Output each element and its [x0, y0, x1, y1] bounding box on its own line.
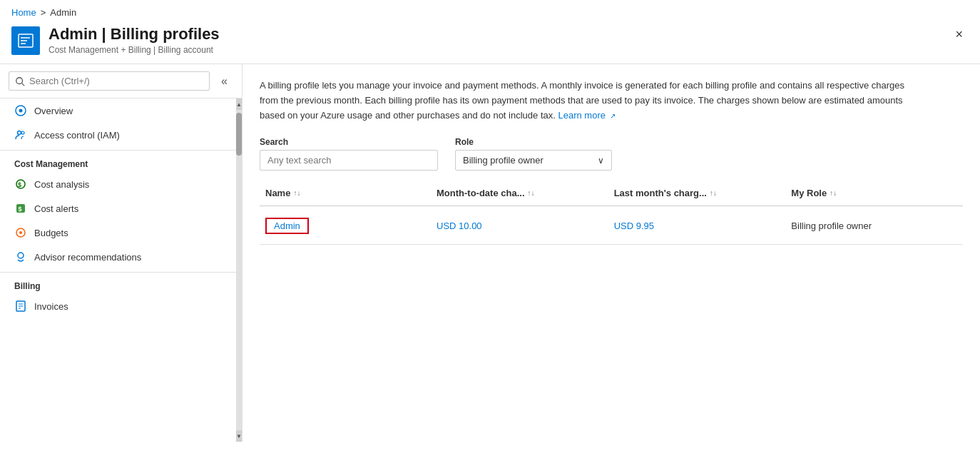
learn-more-link[interactable]: Learn more ↗ — [558, 110, 615, 121]
scroll-up-arrow[interactable]: ▲ — [236, 98, 242, 110]
chevron-down-icon: ∨ — [598, 156, 604, 166]
svg-line-8 — [22, 83, 25, 86]
table-cell-last-month[interactable]: USD 9.95 — [608, 215, 786, 237]
svg-point-5 — [21, 40, 22, 41]
svg-text:$: $ — [19, 206, 22, 213]
sidebar-section-billing: Billing — [0, 272, 236, 294]
admin-link[interactable]: Admin — [265, 218, 309, 234]
breadcrumb: Home > Admin — [0, 0, 980, 21]
breadcrumb-separator: > — [41, 7, 46, 18]
sort-name-icon[interactable]: ↑↓ — [293, 189, 300, 197]
sidebar-item-cost-alerts-label: Cost alerts — [34, 203, 78, 214]
search-icon — [15, 76, 25, 86]
table-row: Admin USD 10.00 USD 9.95 Billing profile… — [260, 208, 963, 245]
breadcrumb-home[interactable]: Home — [11, 7, 36, 18]
main-content: A billing profile lets you manage your i… — [243, 64, 980, 442]
breadcrumb-current: Admin — [50, 7, 76, 18]
description-text: A billing profile lets you manage your i… — [260, 78, 916, 123]
cost-alerts-icon: $ — [14, 202, 27, 215]
page-header: Admin | Billing profiles Cost Management… — [0, 21, 980, 64]
sidebar: « Overview — [0, 64, 243, 442]
scroll-down-arrow[interactable]: ▼ — [236, 430, 242, 442]
svg-point-6 — [21, 43, 22, 44]
close-button[interactable]: × — [949, 25, 969, 44]
sidebar-item-advisor[interactable]: Advisor recommendations — [0, 245, 236, 269]
svg-point-10 — [19, 109, 23, 113]
billing-profiles-table: Name ↑↓ Month-to-date cha... ↑↓ Last mon… — [260, 185, 963, 245]
page-subtitle: Cost Management + Billing | Billing acco… — [49, 45, 220, 55]
sidebar-item-budgets-label: Budgets — [34, 228, 68, 238]
sort-mtd-icon[interactable]: ↑↓ — [528, 189, 535, 197]
col-header-name: Name ↑↓ — [260, 185, 431, 201]
col-header-last-month: Last month's charg... ↑↓ — [608, 185, 786, 201]
advisor-icon — [14, 250, 27, 263]
table-cell-my-role: Billing profile owner — [785, 215, 963, 237]
sidebar-item-invoices[interactable]: Invoices — [0, 294, 236, 318]
table-cell-name: Admin — [260, 215, 431, 237]
sort-lastmonth-icon[interactable]: ↑↓ — [710, 189, 717, 197]
role-filter-value: Billing profile owner — [463, 155, 543, 166]
sidebar-item-access-control[interactable]: Access control (IAM) — [0, 123, 236, 147]
sidebar-item-cost-analysis-label: Cost analysis — [34, 179, 89, 190]
svg-text:$: $ — [18, 181, 21, 188]
svg-point-19 — [18, 253, 24, 258]
sidebar-scroll[interactable]: Overview Access control (IAM) Cost Manag… — [0, 98, 236, 442]
sidebar-item-overview-label: Overview — [34, 106, 73, 116]
sort-myrole-icon[interactable]: ↑↓ — [830, 189, 837, 197]
page-icon — [11, 26, 40, 55]
svg-point-7 — [16, 77, 23, 83]
sidebar-search-input[interactable] — [29, 76, 203, 86]
sidebar-search-box[interactable] — [9, 71, 210, 91]
search-filter-group: Search — [260, 137, 438, 171]
svg-point-12 — [21, 131, 24, 134]
sidebar-item-cost-analysis[interactable]: $ Cost analysis — [0, 172, 236, 196]
table-cell-mtd[interactable]: USD 10.00 — [431, 215, 608, 237]
external-link-icon: ↗ — [610, 112, 616, 120]
sidebar-item-access-label: Access control (IAM) — [34, 130, 120, 141]
sidebar-item-invoices-label: Invoices — [34, 301, 68, 312]
search-filter-label: Search — [260, 137, 438, 147]
overview-icon — [14, 104, 27, 117]
filters-row: Search Role Billing profile owner ∨ — [260, 137, 963, 171]
budgets-icon — [14, 226, 27, 239]
col-header-my-role: My Role ↑↓ — [785, 185, 963, 201]
role-filter-label: Role — [455, 137, 612, 147]
col-header-mtd: Month-to-date cha... ↑↓ — [431, 185, 608, 201]
scroll-thumb[interactable] — [236, 113, 242, 156]
role-filter-select[interactable]: Billing profile owner ∨ — [455, 150, 612, 171]
svg-point-18 — [19, 231, 22, 234]
page-title: Admin | Billing profiles — [49, 25, 220, 44]
table-header: Name ↑↓ Month-to-date cha... ↑↓ Last mon… — [260, 185, 963, 206]
access-control-icon — [14, 128, 27, 141]
sidebar-header: « — [0, 64, 242, 98]
collapse-sidebar-button[interactable]: « — [215, 72, 233, 91]
sidebar-item-advisor-label: Advisor recommendations — [34, 252, 141, 263]
sidebar-item-budgets[interactable]: Budgets — [0, 221, 236, 245]
svg-point-4 — [21, 37, 22, 39]
role-filter-group: Role Billing profile owner ∨ — [455, 137, 612, 171]
search-filter-input[interactable] — [260, 150, 438, 171]
invoices-icon — [14, 300, 27, 313]
svg-point-11 — [18, 131, 21, 135]
sidebar-item-cost-alerts[interactable]: $ Cost alerts — [0, 196, 236, 221]
cost-analysis-icon: $ — [14, 178, 27, 191]
billing-icon — [17, 32, 34, 49]
sidebar-section-cost-management: Cost Management — [0, 150, 236, 172]
sidebar-scrollbar[interactable]: ▲ ▼ — [236, 98, 242, 442]
sidebar-item-overview[interactable]: Overview — [0, 98, 236, 123]
